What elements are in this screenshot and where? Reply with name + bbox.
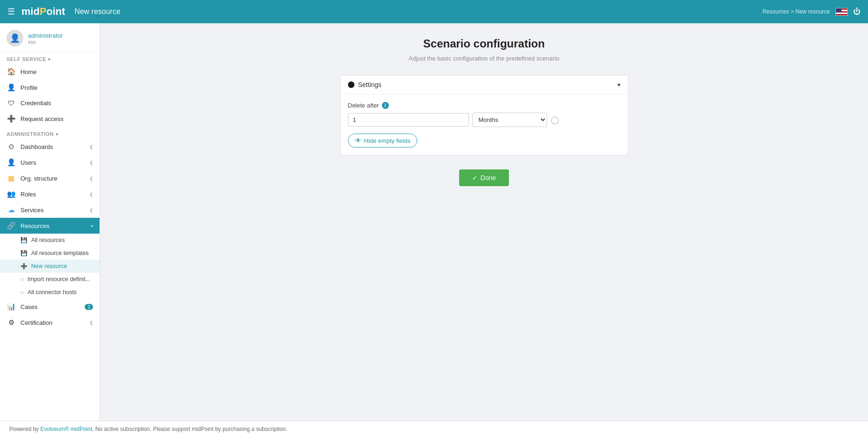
sidebar-item-credentials[interactable]: 🛡 Credentials — [0, 95, 100, 111]
eye-icon: 👁 — [355, 137, 361, 144]
sidebar: 👤 administrator sss SELF SERVICE ▾ 🏠 Hom… — [0, 23, 100, 421]
unit-select[interactable]: Minutes Hours Days Weeks Months Years — [473, 113, 547, 127]
sidebar-item-users[interactable]: 👤 Users ❮ — [0, 155, 100, 170]
settings-title: Settings — [358, 81, 382, 88]
brand-logo: midPoint — [21, 6, 65, 18]
done-label: Done — [481, 174, 496, 182]
admin-section-label: ADMINISTRATION ▾ — [0, 127, 100, 139]
user-info: 👤 administrator sss — [0, 23, 100, 52]
sidebar-subitem-import-resource[interactable]: ○ Import resource definit... — [0, 273, 100, 286]
settings-body: Delete after i Minutes Hours Days Weeks … — [341, 94, 628, 155]
self-service-section-label: SELF SERVICE ▾ — [0, 52, 100, 64]
done-button[interactable]: ✓ Done — [459, 169, 509, 186]
avatar: 👤 — [7, 30, 23, 47]
hide-empty-label: Hide empty fields — [364, 137, 411, 144]
navbar: ☰ midPoint New resource Resources > New … — [0, 0, 868, 23]
sidebar-item-request-access[interactable]: ➕ Request access — [0, 111, 100, 127]
credentials-icon: 🛡 — [7, 99, 16, 107]
sidebar-item-label: Dashboards — [20, 143, 53, 150]
cases-icon: 📊 — [7, 303, 16, 311]
footer-text-before: Powered by — [9, 426, 40, 432]
sidebar-item-label: Org. structure — [20, 175, 57, 182]
main-content: Scenario configuration Adjust the basic … — [100, 23, 868, 421]
footer-link[interactable]: Evolveum® midPoint — [40, 426, 93, 432]
settings-chevron-icon: ▾ — [617, 81, 621, 88]
sidebar-item-label: Services — [20, 207, 44, 214]
sidebar-subitem-label: All resource templates — [31, 250, 89, 256]
sidebar-subitem-label: Import resource definit... — [27, 276, 90, 282]
footer-text-after: . No active subscription. Please support… — [92, 426, 287, 432]
app-body: 👤 administrator sss SELF SERVICE ▾ 🏠 Hom… — [0, 23, 868, 421]
roles-icon: 👥 — [7, 190, 16, 198]
user-details: administrator sss — [28, 32, 63, 45]
delete-after-row: Minutes Hours Days Weeks Months Years ◯ — [348, 113, 621, 127]
sidebar-item-label: Roles — [20, 191, 36, 198]
new-resource-icon: ➕ — [20, 263, 27, 269]
expand-arrow-icon: ❮ — [89, 320, 93, 325]
user-sub: sss — [28, 39, 63, 45]
sidebar-item-label: Request access — [20, 115, 64, 122]
org-structure-icon: ▦ — [7, 174, 16, 182]
sidebar-item-org-structure[interactable]: ▦ Org. structure ❮ — [0, 170, 100, 186]
sidebar-item-label: Profile — [20, 84, 38, 91]
sidebar-item-label: Resources — [20, 222, 49, 229]
sidebar-subitem-label: New resource — [31, 263, 67, 269]
expand-arrow-icon: ▾ — [91, 223, 93, 229]
sidebar-item-cases[interactable]: 📊 Cases 1 — [0, 299, 100, 315]
hamburger-icon[interactable]: ☰ — [7, 7, 15, 17]
expand-arrow-icon: ❮ — [89, 192, 93, 197]
sidebar-subitem-all-resource-templates[interactable]: 💾 All resource templates — [0, 247, 100, 260]
done-section: ✓ Done — [119, 169, 849, 186]
sidebar-item-label: Users — [20, 159, 36, 166]
page-title: Scenario configuration — [119, 37, 849, 50]
settings-dot-icon — [348, 81, 354, 88]
expand-arrow-icon: ❮ — [89, 160, 93, 165]
sidebar-item-roles[interactable]: 👥 Roles ❮ — [0, 186, 100, 202]
all-connector-hosts-icon: ○ — [20, 289, 24, 296]
sidebar-subitem-label: All resources — [31, 237, 65, 243]
sidebar-item-home[interactable]: 🏠 Home — [0, 64, 100, 80]
services-icon: ☁ — [7, 206, 16, 214]
language-flag-icon[interactable] — [835, 8, 848, 16]
expand-arrow-icon: ❮ — [89, 176, 93, 181]
request-access-icon: ➕ — [7, 114, 16, 123]
unit-select-wrap: Minutes Hours Days Weeks Months Years ◯ — [473, 113, 560, 127]
checkmark-icon: ✓ — [472, 174, 478, 182]
hide-empty-fields-button[interactable]: 👁 Hide empty fields — [348, 134, 418, 148]
footer: Powered by Evolveum® midPoint. No active… — [0, 421, 868, 437]
sidebar-item-label: Certification — [20, 319, 53, 326]
sidebar-item-certification[interactable]: ⚙ Certification ❮ — [0, 315, 100, 330]
delete-after-number-input[interactable] — [348, 113, 469, 127]
sidebar-item-label: Home — [20, 68, 37, 75]
sidebar-subitem-all-resources[interactable]: 💾 All resources — [0, 234, 100, 247]
home-icon: 🏠 — [7, 67, 16, 76]
sidebar-subitem-new-resource[interactable]: ➕ New resource — [0, 260, 100, 273]
sidebar-subitem-label: All connector hosts — [27, 289, 77, 296]
sidebar-item-profile[interactable]: 👤 Profile — [0, 80, 100, 95]
settings-card-header[interactable]: Settings ▾ — [341, 75, 628, 94]
navbar-title: New resource — [74, 7, 120, 16]
sidebar-item-label: Cases — [20, 303, 38, 310]
sidebar-item-services[interactable]: ☁ Services ❮ — [0, 202, 100, 218]
users-icon: 👤 — [7, 158, 16, 167]
page-subtitle: Adjust the basic configuration of the pr… — [119, 55, 849, 62]
sidebar-item-dashboards[interactable]: ⊙ Dashboards ❮ — [0, 139, 100, 155]
delete-after-label: Delete after i — [348, 102, 621, 109]
power-icon[interactable]: ⏻ — [853, 7, 861, 16]
info-icon[interactable]: i — [382, 102, 389, 109]
sidebar-item-label: Credentials — [20, 100, 51, 107]
cases-badge: 1 — [85, 304, 93, 310]
resources-icon: 🔗 — [7, 222, 16, 230]
navbar-right: Resources > New resource ⏻ — [762, 7, 861, 16]
all-resource-templates-icon: 💾 — [20, 250, 27, 256]
breadcrumb: Resources > New resource — [762, 8, 830, 15]
expand-arrow-icon: ❮ — [89, 208, 93, 213]
sidebar-item-resources[interactable]: 🔗 Resources ▾ — [0, 218, 100, 234]
user-name: administrator — [28, 32, 63, 39]
clear-button[interactable]: ◯ — [550, 114, 560, 125]
admin-chevron: ▾ — [56, 132, 59, 137]
dashboards-icon: ⊙ — [7, 142, 16, 151]
profile-icon: 👤 — [7, 83, 16, 92]
sidebar-subitem-all-connector-hosts[interactable]: ○ All connector hosts — [0, 286, 100, 299]
import-resource-icon: ○ — [20, 276, 24, 282]
